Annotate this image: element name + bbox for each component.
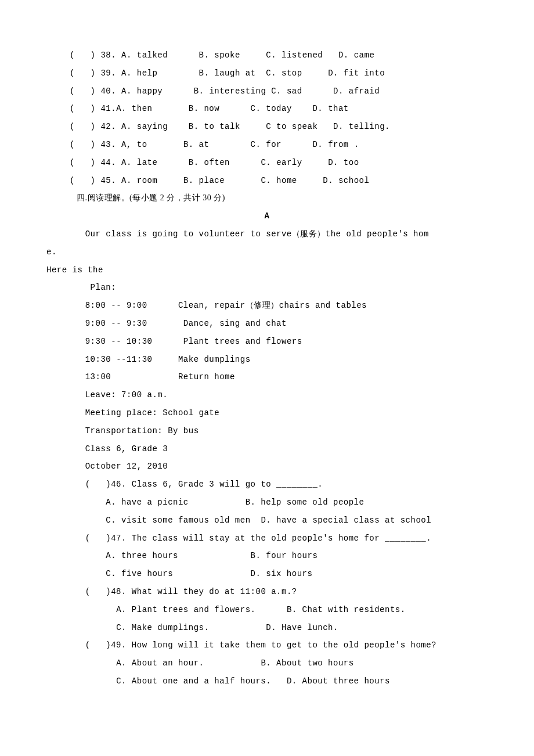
mc-question-39: ( ) 39. A. help B. laugh at C. stop D. f… [70, 64, 464, 82]
opt-d: D. About three hours [287, 676, 390, 686]
plan-row-3: 9:30 -- 10:30 Plant trees and flowers [70, 333, 464, 351]
leave-info: Leave: 7:00 a.m. [70, 386, 464, 404]
reading-q47-row1: A. three hours B. four hours [70, 547, 464, 565]
reading-q47-row2: C. five hours D. six hours [70, 565, 464, 583]
opt-d: D. school [323, 176, 369, 185]
opt-a: A. Plant trees and flowers. [116, 605, 255, 614]
opt-a: A. happy [121, 87, 163, 96]
opt-c: C. today [251, 104, 292, 113]
opt-c: C to speak [266, 122, 317, 131]
plan-row-1: 8:00 -- 9:00 Clean, repair（修理）chairs and… [70, 297, 464, 315]
opt-b: B. often [189, 158, 230, 167]
intro-text-3: Here is the [46, 265, 103, 275]
q-num: 47 [111, 534, 121, 543]
reading-q49-row1: A. About an hour. B. About two hours [70, 654, 464, 672]
opt-a: A. talked [121, 51, 168, 60]
opt-c: C. for [251, 140, 282, 149]
mc-question-38: ( ) 38. A. talked B. spoke C. listened D… [70, 46, 464, 64]
date-text: October 12, 2010 [85, 462, 168, 471]
opt-b: B. to talk [189, 122, 240, 131]
q-num: 45 [100, 176, 111, 185]
opt-c: C. About one and a half hours. [116, 676, 271, 686]
mc-question-44: ( ) 44. A. late B. often C. early D. too [70, 154, 464, 172]
opt-b: B. four hours [251, 551, 318, 560]
plan-time: 8:00 -- 9:00 [85, 301, 147, 310]
q-num: 40 [100, 87, 111, 96]
plan-row-5: 13:00 Return home [70, 368, 464, 386]
transport-info: Transportation: By bus [70, 422, 464, 440]
meeting-info: Meeting place: School gate [70, 404, 464, 422]
plan-label: Plan: [70, 279, 464, 297]
section-title-text: 四.阅读理解。(每小题 2 分，共计 30 分) [77, 193, 225, 202]
opt-b: B. interesting [194, 87, 266, 96]
opt-b: B. help some old people [246, 498, 365, 507]
reading-q47-stem: ( )47. The class will stay at the old pe… [70, 530, 464, 548]
passage-intro-line3: Here is the [46, 261, 464, 279]
opt-a: A. then [116, 104, 152, 113]
passage-a-label: A [265, 211, 270, 221]
plan-activity: Plant trees and flowers [183, 337, 302, 346]
reading-q49-stem: ( )49. How long will it take them to get… [70, 636, 464, 654]
plan-time: 9:30 -- 10:30 [85, 337, 153, 346]
meeting-text: Meeting place: School gate [85, 408, 219, 417]
reading-q48-row2: C. Make dumplings. D. Have lunch. [70, 619, 464, 637]
plan-row-4: 10:30 --11:30 Make dumplings [70, 351, 464, 369]
plan-time: 9:00 -- 9:30 [85, 319, 147, 328]
q-num: 44 [100, 158, 111, 167]
opt-a: A, to [121, 140, 147, 149]
plan-activity: Dance, sing and chat [183, 319, 287, 328]
q-stem: How long will it take them to get to the… [132, 640, 436, 650]
q-num: 49 [111, 640, 121, 650]
opt-b: B. now [189, 104, 219, 113]
opt-d: D. six hours [251, 569, 313, 578]
date-info: October 12, 2010 [70, 458, 464, 476]
intro-text-2: e. [46, 247, 57, 257]
opt-d: D. telling. [333, 122, 390, 131]
section-4-title: 四.阅读理解。(每小题 2 分，共计 30 分) [70, 189, 464, 207]
class-info: Class 6, Grade 3 [70, 440, 464, 458]
reading-q46-row2: C. visit some famous old men D. have a s… [70, 512, 464, 530]
mc-question-41: ( ) 41.A. then B. now C. today D. that [70, 100, 464, 118]
opt-b: B. Chat with residents. [287, 605, 406, 614]
q-num: 38 [100, 51, 111, 60]
plan-activity: Clean, repair（修理）chairs and tables [178, 301, 367, 310]
mc-question-42: ( ) 42. A. saying B. to talk C to speak … [70, 118, 464, 136]
intro-text-1: Our class is going to volunteer to serve… [85, 229, 429, 239]
passage-intro-line2: e. [46, 243, 464, 261]
opt-d: D. too [328, 158, 359, 167]
opt-b: B. at [183, 140, 210, 149]
plan-activity: Return home [178, 372, 235, 381]
opt-d: D. from . [312, 140, 359, 149]
transport-text: Transportation: By bus [85, 426, 199, 435]
passage-label: A [70, 207, 464, 225]
reading-q48-row1: A. Plant trees and flowers. B. Chat with… [70, 601, 464, 619]
q-num: 48 [111, 587, 121, 596]
reading-q46-row1: A. have a picnic B. help some old people [70, 494, 464, 512]
opt-a: A. saying [121, 122, 168, 131]
passage-intro-line1: Our class is going to volunteer to serve… [70, 225, 464, 243]
class-text: Class 6, Grade 3 [85, 444, 168, 453]
q-num: 41 [100, 104, 111, 113]
opt-d: D. came [338, 51, 374, 60]
opt-a: A. About an hour. [116, 658, 204, 668]
opt-d: D. that [312, 104, 348, 113]
plan-row-2: 9:00 -- 9:30 Dance, sing and chat [70, 315, 464, 333]
opt-b: B. About two hours [261, 658, 353, 668]
leave-text: Leave: 7:00 a.m. [85, 390, 168, 399]
opt-a: A. have a picnic [106, 498, 188, 507]
opt-c: C. visit some famous old men [106, 516, 250, 525]
opt-c: C. listened [266, 51, 323, 60]
opt-a: A. three hours [106, 551, 178, 560]
plan-time: 13:00 [85, 372, 111, 381]
opt-c: C. five hours [106, 569, 173, 578]
opt-a: A. help [121, 69, 157, 78]
opt-c: C. home [261, 176, 297, 185]
q-num: 42 [100, 122, 111, 131]
opt-b: B. place [183, 176, 225, 185]
opt-c: C. Make dumplings. [116, 623, 209, 632]
q-num: 43 [100, 140, 111, 149]
q-stem: Class 6, Grade 3 will go to ________. [132, 480, 323, 489]
opt-b: B. laugh at [199, 69, 256, 78]
mc-question-40: ( ) 40. A. happy B. interesting C. sad D… [70, 82, 464, 100]
reading-q48-stem: ( )48. What will they do at 11:00 a.m.? [70, 583, 464, 601]
